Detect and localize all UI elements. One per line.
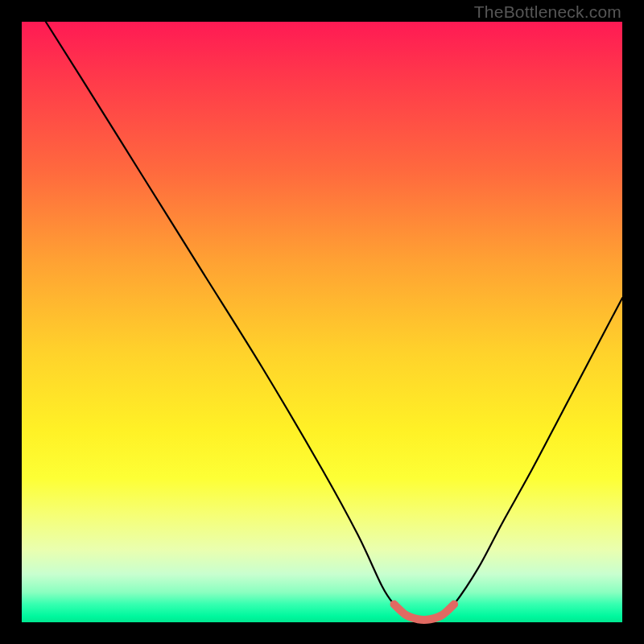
curve-svg: [22, 22, 622, 622]
plot-area: [22, 22, 622, 622]
watermark-text: TheBottleneck.com: [474, 2, 621, 22]
bottleneck-curve: [46, 22, 622, 620]
highlight-band: [394, 605, 455, 620]
chart-frame: TheBottleneck.com: [0, 0, 644, 644]
